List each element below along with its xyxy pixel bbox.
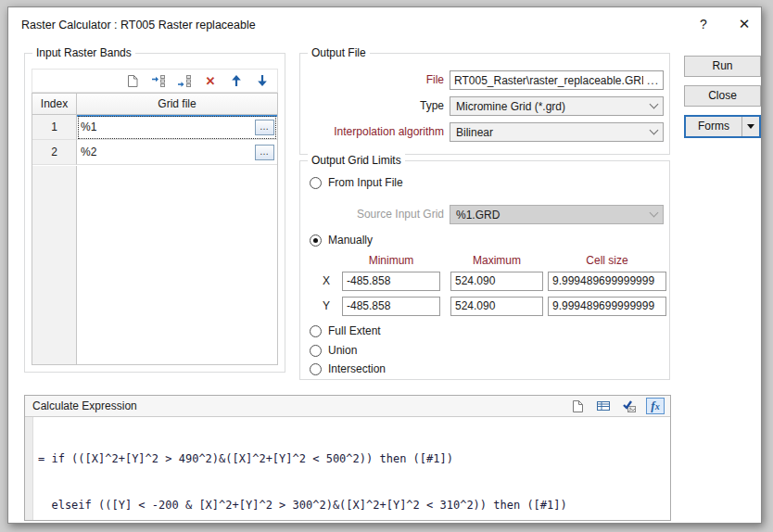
table-row: 1 %1 … bbox=[32, 115, 277, 140]
x-maximum-field[interactable]: 524.090 bbox=[450, 272, 543, 291]
x-axis-label: X bbox=[317, 272, 336, 291]
output-file-value: RT005_Raster\raster_replaceable.GRD bbox=[454, 74, 643, 87]
calculate-expression-panel: Calculate Expression fx = if (([X]^2+[Y bbox=[24, 395, 671, 521]
source-input-grid-dropdown: %1.GRD bbox=[450, 205, 664, 224]
grid-file-cell[interactable]: %1 … bbox=[77, 115, 277, 140]
index-column-header: Index bbox=[32, 94, 77, 114]
forms-grid-icon[interactable] bbox=[594, 398, 613, 414]
grid-file-table: Index Grid file 1 %1 … 2 %2 … bbox=[32, 93, 278, 365]
union-label: Union bbox=[328, 344, 357, 357]
radio-selected-icon[interactable] bbox=[310, 234, 322, 247]
file-label: File bbox=[300, 70, 444, 90]
radio-icon[interactable] bbox=[310, 363, 322, 375]
browse-output-file-button[interactable]: ... bbox=[643, 74, 659, 87]
type-value: Micromine Grid (*.grd) bbox=[456, 100, 651, 113]
close-button[interactable]: Close bbox=[684, 85, 761, 107]
chevron-down-icon bbox=[650, 100, 659, 109]
manually-label: Manually bbox=[328, 234, 373, 247]
full-extent-label: Full Extent bbox=[328, 324, 381, 337]
grid-file-value: %1 bbox=[81, 120, 255, 133]
table-header: Index Grid file bbox=[32, 94, 277, 115]
move-down-icon[interactable] bbox=[255, 73, 270, 88]
calculate-expression-header: Calculate Expression fx bbox=[25, 396, 670, 417]
output-grid-limits-title: Output Grid Limits bbox=[308, 154, 405, 167]
expression-code[interactable]: = if (([X]^2+[Y]^2 > 490^2)&([X]^2+[Y]^2… bbox=[38, 421, 668, 518]
y-minimum-field[interactable]: -485.858 bbox=[342, 297, 440, 316]
help-button[interactable]: ? bbox=[685, 7, 722, 41]
x-minimum-field[interactable]: -485.858 bbox=[342, 272, 440, 291]
row-index: 2 bbox=[32, 140, 77, 165]
union-radio[interactable]: Union bbox=[310, 344, 357, 357]
table-row: 2 %2 … bbox=[32, 140, 277, 165]
index-column-filler bbox=[32, 166, 77, 364]
expression-editor-gutter bbox=[25, 417, 33, 520]
expression-editor[interactable]: = if (([X]^2+[Y]^2 > 490^2)&([X]^2+[Y]^2… bbox=[25, 417, 670, 520]
expression-line: elseif (([Y] < -200 & [X]^2+[Y]^2 > 300^… bbox=[38, 498, 668, 513]
radio-icon[interactable] bbox=[310, 177, 322, 189]
full-extent-radio[interactable]: Full Extent bbox=[310, 324, 381, 337]
intersection-label: Intersection bbox=[328, 362, 386, 375]
move-up-icon[interactable] bbox=[229, 73, 244, 88]
source-input-grid-value: %1.GRD bbox=[456, 209, 651, 222]
insert-row-before-icon[interactable] bbox=[151, 73, 166, 88]
window-title: Raster Calculator : RT005 Raster replace… bbox=[21, 19, 256, 32]
cell-size-header: Cell size bbox=[548, 254, 666, 267]
expression-toolbar: fx bbox=[568, 398, 665, 414]
source-input-grid-label: Source Input Grid bbox=[300, 205, 444, 224]
manually-radio[interactable]: Manually bbox=[310, 234, 373, 247]
grid-file-cell[interactable]: %2 … bbox=[77, 140, 277, 165]
interpolation-value: Bilinear bbox=[456, 126, 651, 139]
radio-icon[interactable] bbox=[310, 345, 322, 357]
from-input-file-label: From Input File bbox=[328, 176, 403, 189]
interpolation-label: Interpolation algorithm bbox=[300, 122, 444, 142]
forms-dropdown-arrow[interactable] bbox=[742, 117, 759, 136]
type-label: Type bbox=[300, 96, 444, 116]
output-file-title: Output File bbox=[308, 46, 370, 59]
y-maximum-field[interactable]: 524.090 bbox=[450, 297, 543, 316]
calculate-expression-title: Calculate Expression bbox=[32, 399, 568, 412]
output-file-group: Output File File RT005_Raster\raster_rep… bbox=[299, 53, 670, 155]
from-input-file-radio[interactable]: From Input File bbox=[310, 176, 403, 189]
intersection-radio[interactable]: Intersection bbox=[310, 362, 386, 375]
chevron-down-icon bbox=[650, 126, 659, 135]
grid-file-value: %2 bbox=[81, 146, 255, 158]
titlebar: Raster Calculator : RT005 Raster replace… bbox=[8, 7, 761, 43]
input-raster-bands-toolbar: ✕ bbox=[32, 69, 278, 93]
function-builder-icon[interactable]: fx bbox=[646, 398, 665, 414]
run-button[interactable]: Run bbox=[684, 56, 761, 77]
minimum-header: Minimum bbox=[342, 254, 440, 267]
input-raster-bands-group: Input Raster Bands ✕ Index Grid file bbox=[24, 53, 285, 373]
raster-calculator-dialog: Raster Calculator : RT005 Raster replace… bbox=[7, 6, 762, 524]
validate-expression-icon[interactable] bbox=[620, 398, 639, 414]
interpolation-dropdown[interactable]: Bilinear bbox=[450, 122, 664, 142]
output-grid-limits-group: Output Grid Limits From Input File Sourc… bbox=[299, 160, 670, 380]
type-dropdown[interactable]: Micromine Grid (*.grd) bbox=[450, 96, 664, 116]
x-cell-size-field[interactable]: 9.999489699999999 bbox=[548, 272, 666, 291]
browse-grid-file-button[interactable]: … bbox=[255, 120, 274, 135]
radio-icon[interactable] bbox=[310, 325, 322, 337]
grid-file-column-header: Grid file bbox=[77, 94, 277, 114]
close-icon[interactable]: ✕ bbox=[726, 7, 763, 41]
new-expression-icon[interactable] bbox=[568, 398, 587, 414]
row-index: 1 bbox=[32, 115, 77, 140]
delete-row-icon[interactable]: ✕ bbox=[203, 73, 218, 88]
forms-split-button[interactable]: Forms bbox=[684, 115, 761, 138]
input-raster-bands-title: Input Raster Bands bbox=[32, 46, 135, 59]
output-file-field[interactable]: RT005_Raster\raster_replaceable.GRD ... bbox=[450, 70, 664, 90]
browse-grid-file-button[interactable]: … bbox=[255, 145, 274, 160]
chevron-down-icon bbox=[650, 209, 659, 218]
maximum-header: Maximum bbox=[450, 254, 543, 267]
insert-row-after-icon[interactable] bbox=[177, 73, 192, 88]
new-record-icon[interactable] bbox=[125, 73, 140, 88]
forms-button-label[interactable]: Forms bbox=[686, 117, 741, 136]
y-axis-label: Y bbox=[317, 297, 336, 316]
expression-line: = if (([X]^2+[Y]^2 > 490^2)&([X]^2+[Y]^2… bbox=[38, 451, 668, 467]
y-cell-size-field[interactable]: 9.999489699999999 bbox=[548, 297, 666, 316]
triangle-down-icon bbox=[747, 124, 754, 129]
